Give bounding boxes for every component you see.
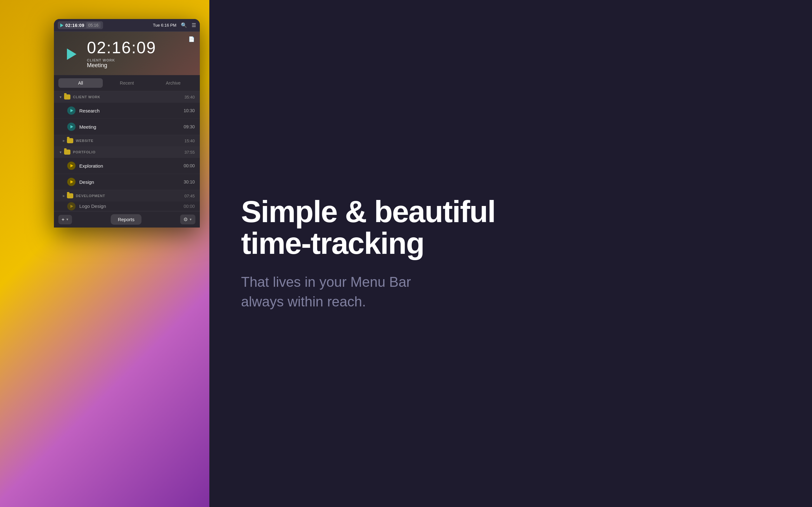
tab-all[interactable]: All	[58, 78, 103, 88]
menu-bar-timer[interactable]: 02:16:09 05:16	[58, 21, 103, 29]
menu-timer-secondary: 05:16	[86, 22, 101, 28]
group-time-website: 15:40	[184, 138, 195, 143]
project-time-exploration: 00:00	[184, 163, 195, 168]
settings-chevron-icon: ▼	[189, 218, 192, 221]
tab-recent[interactable]: Recent	[105, 78, 149, 88]
menu-bar: 02:16:09 05:16 Tue 6:16 PM 🔍 ☰	[54, 19, 200, 32]
folder-icon-development	[67, 193, 73, 199]
project-time-logo: 00:00	[184, 204, 195, 209]
right-section: Simple & beautiful time-tracking That li…	[209, 0, 812, 507]
add-button[interactable]: + ▼	[58, 215, 72, 224]
project-time-research: 10:30	[184, 108, 195, 113]
subheadline-line1: That lives in your Menu Bar	[241, 274, 411, 290]
play-btn-research[interactable]	[67, 107, 75, 115]
list-item[interactable]: Logo Design 00:00	[54, 202, 200, 211]
play-btn-design[interactable]	[67, 178, 75, 186]
project-time-meeting: 09:30	[184, 124, 195, 129]
group-client-work[interactable]: ▼ CLIENT WORK 35:40	[54, 91, 200, 103]
chevron-down-icon-portfolio: ▼	[59, 151, 62, 154]
timer-display: 02:16:09 CLIENT WORK Meeting 📄	[54, 32, 200, 75]
bottom-bar: + ▼ Reports ⚙ ▼	[54, 211, 200, 228]
add-icon: +	[61, 217, 64, 222]
group-name-website: WEBSITE	[76, 139, 184, 143]
chevron-right-icon: ▶	[63, 139, 65, 142]
play-triangle-meeting	[70, 125, 73, 128]
doc-icon[interactable]: 📄	[189, 36, 195, 42]
play-triangle-logo	[70, 205, 73, 208]
group-name-client-work: CLIENT WORK	[73, 95, 185, 99]
project-time-design: 30:10	[184, 179, 195, 184]
list-item[interactable]: Design 30:10	[54, 174, 200, 190]
timer-project-name: Meeting	[87, 62, 192, 69]
tab-archive[interactable]: Archive	[151, 78, 195, 88]
list-item[interactable]: Research 10:30	[54, 103, 200, 119]
group-name-development: DEVELOPMENT	[76, 194, 184, 198]
project-name-meeting: Meeting	[79, 124, 184, 130]
app-window: 02:16:09 05:16 Tue 6:16 PM 🔍 ☰ 02:16:09 …	[54, 19, 200, 228]
project-name-design: Design	[79, 179, 184, 185]
project-name-logo: Logo Design	[79, 204, 184, 209]
reports-button[interactable]: Reports	[111, 214, 142, 225]
subheadline-line2: always within reach.	[241, 294, 366, 309]
headline: Simple & beautiful time-tracking	[241, 196, 780, 260]
group-time-client-work: 35:40	[184, 95, 195, 100]
group-website[interactable]: ▶ WEBSITE 15:40	[54, 135, 200, 147]
play-triangle-research	[70, 109, 73, 112]
play-btn-logo[interactable]	[67, 202, 75, 210]
headline-line2: time-tracking	[241, 226, 424, 260]
project-name-research: Research	[79, 108, 184, 113]
timer-main: 02:16:09	[87, 39, 192, 56]
settings-button[interactable]: ⚙ ▼	[180, 215, 195, 224]
play-btn-meeting[interactable]	[67, 123, 75, 131]
list-item[interactable]: Exploration 00:00	[54, 158, 200, 174]
play-triangle-design	[70, 180, 73, 183]
chevron-down-icon: ▼	[59, 95, 62, 99]
play-button-large[interactable]	[61, 45, 81, 64]
folder-icon-client-work	[64, 95, 70, 100]
left-section: 02:16:09 05:16 Tue 6:16 PM 🔍 ☰ 02:16:09 …	[0, 0, 209, 507]
project-name-exploration: Exploration	[79, 163, 184, 169]
play-triangle-large	[67, 49, 77, 60]
group-time-development: 07:45	[184, 193, 195, 199]
add-chevron-icon: ▼	[66, 218, 69, 221]
project-list: ▼ CLIENT WORK 35:40 Research 10:30 Meeti…	[54, 91, 200, 211]
subheadline: That lives in your Menu Bar always withi…	[241, 272, 463, 311]
headline-line1: Simple & beautiful	[241, 194, 495, 228]
group-time-portfolio: 37:55	[184, 150, 195, 155]
play-triangle-exploration	[70, 164, 73, 167]
folder-icon-website	[67, 138, 73, 143]
group-name-portfolio: PORTFOLIO	[73, 150, 185, 154]
folder-icon-portfolio	[64, 150, 70, 155]
group-portfolio[interactable]: ▼ PORTFOLIO 37:55	[54, 147, 200, 158]
play-btn-exploration[interactable]	[67, 162, 75, 170]
group-development[interactable]: ▶ DEVELOPMENT 07:45	[54, 190, 200, 202]
chevron-right-icon-dev: ▶	[63, 194, 65, 198]
list-icon[interactable]: ☰	[192, 22, 196, 28]
play-icon	[60, 23, 63, 27]
timer-project-label: CLIENT WORK	[87, 58, 192, 62]
menu-bar-icons: Tue 6:16 PM 🔍 ☰	[153, 22, 196, 28]
menu-date: Tue 6:16 PM	[153, 23, 176, 27]
tabs-bar: All Recent Archive	[54, 75, 200, 91]
timer-info: 02:16:09 CLIENT WORK Meeting	[87, 39, 192, 69]
search-icon[interactable]: 🔍	[181, 22, 187, 28]
menu-timer-primary: 02:16:09	[65, 23, 84, 28]
list-item[interactable]: Meeting 09:30	[54, 119, 200, 135]
settings-icon: ⚙	[183, 216, 188, 222]
